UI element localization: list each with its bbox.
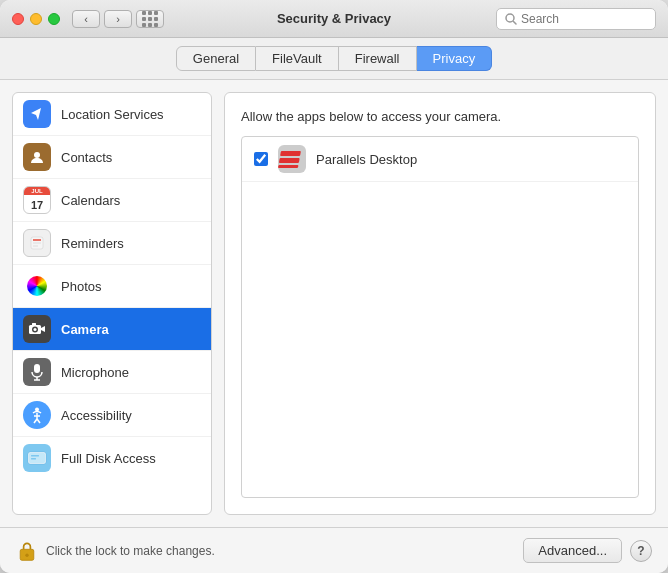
reminders-icon xyxy=(23,229,51,257)
search-box[interactable] xyxy=(496,8,656,30)
svg-rect-20 xyxy=(29,453,45,463)
window-title: Security & Privacy xyxy=(277,11,391,26)
svg-point-9 xyxy=(34,328,37,331)
accessibility-icon xyxy=(23,401,51,429)
back-button[interactable]: ‹ xyxy=(72,10,100,28)
contacts-label: Contacts xyxy=(61,150,112,165)
fulldisk-label: Full Disk Access xyxy=(61,451,156,466)
svg-line-18 xyxy=(37,419,40,423)
main-panel: Allow the apps below to access your came… xyxy=(224,92,656,515)
svg-point-0 xyxy=(506,14,514,22)
nav-buttons: ‹ › xyxy=(72,10,132,28)
svg-rect-25 xyxy=(279,158,300,163)
forward-button[interactable]: › xyxy=(104,10,132,28)
sidebar-item-fulldisk[interactable]: Full Disk Access xyxy=(13,437,211,479)
sidebar-item-calendars[interactable]: JUL 17 Calendars xyxy=(13,179,211,222)
svg-line-1 xyxy=(514,21,517,24)
advanced-button[interactable]: Advanced... xyxy=(523,538,622,563)
fulldisk-icon xyxy=(23,444,51,472)
parallels-name: Parallels Desktop xyxy=(316,152,417,167)
sidebar-item-contacts[interactable]: Contacts xyxy=(13,136,211,179)
parallels-checkbox[interactable] xyxy=(254,152,268,166)
calendars-label: Calendars xyxy=(61,193,120,208)
sidebar-item-reminders[interactable]: Reminders xyxy=(13,222,211,265)
bottom-bar: Click the lock to make changes. Advanced… xyxy=(0,527,668,573)
grid-button[interactable] xyxy=(136,10,164,28)
lock-text: Click the lock to make changes. xyxy=(46,544,523,558)
window: ‹ › Security & Privacy General FileVault… xyxy=(0,0,668,573)
app-row: Parallels Desktop xyxy=(242,137,638,182)
tabbar: General FileVault Firewall Privacy xyxy=(0,38,668,80)
tab-filevault[interactable]: FileVault xyxy=(256,46,339,71)
svg-point-2 xyxy=(34,152,40,158)
sidebar: Location Services Contacts JUL xyxy=(12,92,212,515)
svg-rect-24 xyxy=(280,151,301,156)
sidebar-item-location[interactable]: Location Services xyxy=(13,93,211,136)
location-label: Location Services xyxy=(61,107,164,122)
reminders-label: Reminders xyxy=(61,236,124,251)
sidebar-item-photos[interactable]: Photos xyxy=(13,265,211,308)
camera-label: Camera xyxy=(61,322,109,337)
parallels-icon xyxy=(278,145,306,173)
sidebar-item-accessibility[interactable]: Accessibility xyxy=(13,394,211,437)
search-input[interactable] xyxy=(521,12,647,26)
svg-rect-22 xyxy=(31,458,36,460)
svg-rect-21 xyxy=(31,455,39,457)
svg-rect-10 xyxy=(32,323,36,325)
traffic-lights xyxy=(12,13,60,25)
photos-label: Photos xyxy=(61,279,101,294)
maximize-button[interactable] xyxy=(48,13,60,25)
microphone-label: Microphone xyxy=(61,365,129,380)
camera-icon xyxy=(23,315,51,343)
sidebar-item-microphone[interactable]: Microphone xyxy=(13,351,211,394)
tab-general[interactable]: General xyxy=(176,46,256,71)
microphone-icon xyxy=(23,358,51,386)
content: Location Services Contacts JUL xyxy=(0,80,668,527)
search-icon xyxy=(505,13,517,25)
lock-icon[interactable] xyxy=(16,540,38,562)
calendars-icon: JUL 17 xyxy=(23,186,51,214)
tab-firewall[interactable]: Firewall xyxy=(339,46,417,71)
panel-description: Allow the apps below to access your came… xyxy=(241,109,639,124)
svg-rect-11 xyxy=(34,364,40,373)
sidebar-item-camera[interactable]: Camera xyxy=(13,308,211,351)
close-button[interactable] xyxy=(12,13,24,25)
location-icon xyxy=(23,100,51,128)
photos-icon xyxy=(23,272,51,300)
help-button[interactable]: ? xyxy=(630,540,652,562)
minimize-button[interactable] xyxy=(30,13,42,25)
svg-rect-26 xyxy=(278,165,298,168)
contacts-icon xyxy=(23,143,51,171)
app-list: Parallels Desktop xyxy=(241,136,639,498)
tab-privacy[interactable]: Privacy xyxy=(417,46,493,71)
accessibility-label: Accessibility xyxy=(61,408,132,423)
titlebar: ‹ › Security & Privacy xyxy=(0,0,668,38)
svg-point-28 xyxy=(25,553,28,556)
